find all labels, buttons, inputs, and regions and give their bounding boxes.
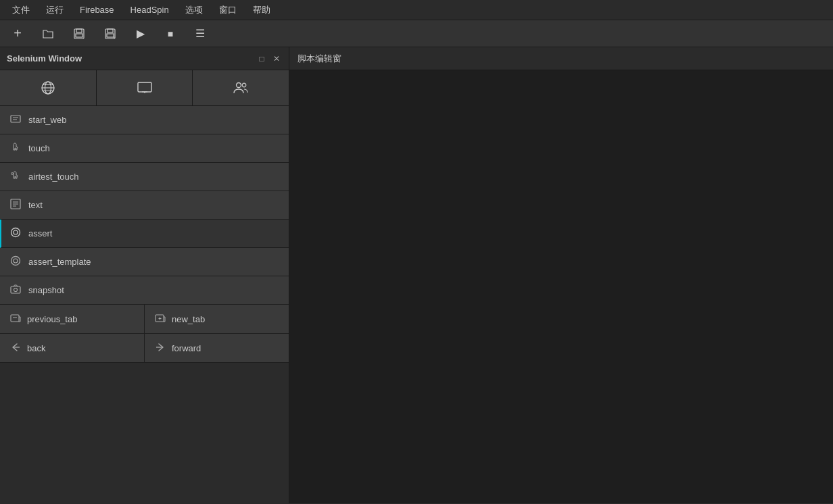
svg-rect-31 [11, 315, 19, 322]
maximize-icon[interactable]: □ [256, 53, 267, 64]
menu-window[interactable]: 窗口 [212, 1, 243, 19]
run-button[interactable]: ▶ [131, 24, 150, 43]
web-mode-button[interactable] [0, 70, 97, 105]
cmd-forward-label: forward [172, 343, 201, 353]
svg-point-20 [11, 173, 14, 175]
cmd-forward[interactable]: forward [145, 334, 289, 362]
cmd-start-web-label: start_web [28, 115, 66, 125]
cmd-start-web[interactable]: start_web [0, 106, 289, 134]
svg-point-16 [242, 83, 246, 87]
forward-icon [154, 342, 166, 355]
assert-template-icon [9, 255, 22, 268]
screen-mode-button[interactable] [97, 70, 193, 105]
back-icon [9, 342, 22, 355]
left-panel: Selenium Window □ ✕ [0, 47, 289, 503]
cmd-back[interactable]: back [0, 334, 145, 362]
svg-rect-4 [108, 29, 113, 32]
svg-rect-29 [11, 286, 20, 293]
svg-point-25 [11, 228, 20, 237]
icon-row [0, 70, 289, 106]
svg-point-28 [14, 259, 18, 263]
svg-rect-17 [11, 116, 20, 122]
cmd-new-tab[interactable]: new_tab [145, 305, 289, 333]
toolbar: + + ▶ ■ ☰ [0, 20, 833, 47]
svg-rect-1 [76, 29, 82, 32]
cmd-assert-template[interactable]: assert_template [0, 248, 289, 276]
panel-header: Selenium Window □ ✕ [0, 47, 289, 70]
cmd-touch-label: touch [28, 143, 50, 153]
command-list: start_web touch airte [0, 106, 289, 503]
cmd-back-label: back [27, 343, 45, 353]
text-icon [9, 199, 22, 211]
cmd-snapshot-label: snapshot [28, 285, 64, 295]
cmd-row-tabs: previous_tab new_tab [0, 305, 289, 334]
menu-firebase[interactable]: Firebase [73, 2, 121, 18]
cmd-text-label: text [28, 200, 43, 210]
cmd-touch[interactable]: touch [0, 134, 289, 163]
svg-point-26 [14, 230, 18, 234]
cmd-row-navigation: back forward [0, 334, 289, 363]
users-mode-button[interactable] [193, 70, 289, 105]
snapshot-icon [9, 284, 22, 297]
main-layout: Selenium Window □ ✕ [0, 47, 833, 503]
menu-headspin[interactable]: HeadSpin [124, 2, 176, 18]
save-as-button[interactable]: + [100, 25, 120, 43]
svg-point-30 [14, 288, 18, 292]
editor-area[interactable] [289, 70, 833, 503]
save-button[interactable] [69, 25, 89, 43]
cmd-previous-tab[interactable]: previous_tab [0, 305, 145, 333]
cmd-text[interactable]: text [0, 191, 289, 220]
right-panel: 脚本编辑窗 [289, 47, 833, 503]
cmd-previous-tab-label: previous_tab [27, 314, 77, 324]
cmd-assert-template-label: assert_template [28, 257, 91, 267]
menu-bar: 文件 运行 Firebase HeadSpin 选项 窗口 帮助 [0, 0, 833, 20]
touch-icon [9, 142, 22, 155]
cmd-assert[interactable]: assert [0, 220, 289, 248]
menu-file[interactable]: 文件 [5, 1, 37, 19]
menu-run[interactable]: 运行 [39, 1, 70, 19]
menu-options[interactable]: 选项 [178, 1, 210, 19]
start-web-icon [9, 114, 22, 126]
menu-help[interactable]: 帮助 [246, 1, 277, 19]
open-button[interactable] [38, 25, 58, 43]
airtest-touch-icon [9, 170, 22, 183]
panel-controls: □ ✕ [256, 53, 282, 64]
assert-icon [9, 227, 22, 240]
svg-text:+: + [113, 35, 116, 39]
editor-title-text: 脚本编辑窗 [298, 53, 341, 65]
cmd-snapshot[interactable]: snapshot [0, 276, 289, 305]
svg-rect-2 [76, 34, 82, 37]
panel-title: Selenium Window [7, 53, 82, 64]
new-file-button[interactable]: + [8, 23, 27, 44]
log-button[interactable]: ☰ [191, 24, 210, 43]
cmd-airtest-touch-label: airtest_touch [28, 172, 78, 182]
cmd-new-tab-label: new_tab [172, 314, 205, 324]
svg-rect-12 [138, 82, 151, 92]
cmd-assert-label: assert [28, 228, 52, 238]
close-icon[interactable]: ✕ [271, 53, 282, 64]
svg-point-27 [11, 257, 20, 266]
new-tab-icon [154, 313, 166, 326]
editor-title: 脚本编辑窗 [289, 47, 833, 70]
previous-tab-icon [9, 313, 22, 326]
stop-button[interactable]: ■ [161, 26, 180, 42]
cmd-airtest-touch[interactable]: airtest_touch [0, 163, 289, 191]
svg-point-15 [237, 83, 241, 88]
